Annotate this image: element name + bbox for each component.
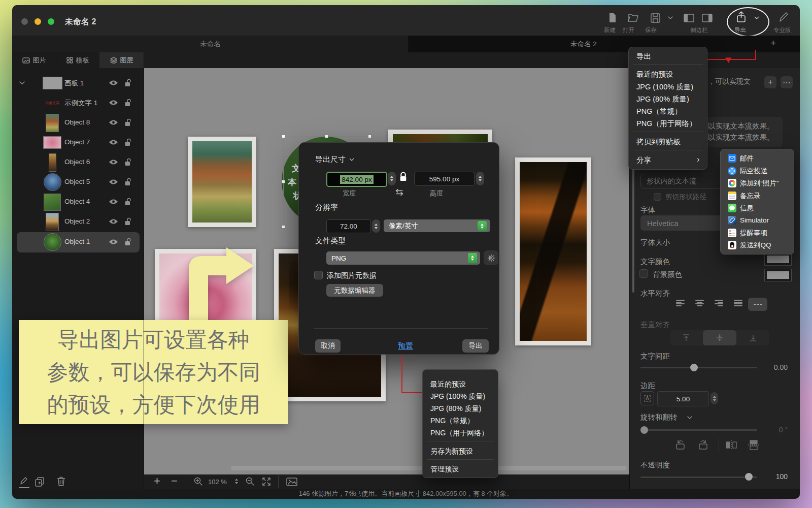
save-chevron-icon[interactable]	[668, 16, 673, 20]
edit-button[interactable]	[19, 477, 29, 488]
menu-item-recent-presets[interactable]: 最近的预设	[430, 379, 466, 389]
filetype-dropdown[interactable]: PNG	[326, 251, 480, 265]
open-button[interactable]	[627, 13, 641, 25]
rotate-slider-track[interactable]	[640, 429, 757, 431]
zoom-out-icon[interactable]	[246, 477, 255, 486]
resolution-field[interactable]: 72.00	[326, 219, 371, 233]
layer-row-sample-text[interactable]: 示例文字 示例文字 1	[17, 93, 140, 113]
layer-row-artboard[interactable]: 画板 1	[17, 73, 140, 93]
menu-item-jpg-80[interactable]: JPG (80% 质量)	[636, 94, 689, 104]
unlock-icon[interactable]	[124, 198, 132, 206]
v-align-middle-button[interactable]	[716, 334, 724, 342]
eye-icon[interactable]	[109, 218, 118, 225]
add-text-button[interactable]: +	[764, 76, 776, 88]
share-item-simulator[interactable]: Simulator	[740, 216, 769, 225]
eye-icon[interactable]	[109, 139, 118, 145]
unlock-icon[interactable]	[124, 158, 132, 166]
tab-untitled-2[interactable]: 未命名 2	[538, 36, 629, 52]
flip-horizontal-button[interactable]	[725, 439, 738, 451]
rotate-cw-button[interactable]	[696, 439, 709, 451]
menu-item-jpg-80[interactable]: JPG (80% 质量)	[430, 403, 481, 414]
layer-row-object5[interactable]: Object 5	[17, 172, 140, 192]
layer-row-object1-selected[interactable]: Object 1	[17, 232, 140, 252]
opacity-slider-track[interactable]	[640, 477, 757, 478]
menu-item-copy-to-clipboard[interactable]: 拷贝到剪贴板	[636, 137, 681, 147]
duplicate-button[interactable]	[35, 477, 45, 487]
selection-handle[interactable]	[325, 135, 328, 138]
layer-row-object8[interactable]: Object 8	[17, 113, 140, 133]
clip-path-checkbox[interactable]	[654, 193, 661, 201]
export-chevron-icon[interactable]	[754, 16, 759, 20]
width-field[interactable]: 842.00 px	[326, 172, 387, 187]
align-left-button[interactable]	[676, 300, 685, 306]
menu-item-png-normal[interactable]: PNG（常规）	[430, 416, 474, 426]
rotate-ccw-button[interactable]	[674, 439, 687, 451]
canvas-photo-autumn[interactable]	[515, 157, 591, 345]
menu-item-png-web[interactable]: PNG（用于网络）	[430, 428, 488, 438]
selection-handle[interactable]	[368, 135, 371, 138]
save-button[interactable]	[650, 13, 661, 24]
layer-row-object7[interactable]: Object 7	[17, 133, 140, 152]
rotate-chevron-icon[interactable]	[687, 416, 692, 420]
preset-link[interactable]: 预置	[398, 341, 413, 351]
sidebar-tab-layers[interactable]: 图层	[99, 52, 144, 68]
zoom-in-icon[interactable]	[194, 477, 203, 486]
export-image-icon[interactable]	[286, 478, 297, 486]
resolution-unit-dropdown[interactable]: 像素/英寸	[384, 219, 490, 232]
v-align-bottom-button[interactable]	[749, 334, 757, 342]
eye-icon[interactable]	[109, 80, 118, 86]
eye-icon[interactable]	[109, 119, 118, 125]
menu-item-png-normal[interactable]: PNG（常规）	[636, 106, 682, 116]
chevron-down-icon[interactable]	[349, 158, 354, 162]
share-item-mail[interactable]: 邮件	[740, 154, 754, 163]
unlock-icon[interactable]	[124, 79, 132, 87]
unit-dropdown-stepper-icon[interactable]	[478, 221, 487, 231]
share-item-notes[interactable]: 备忘录	[740, 192, 761, 201]
share-item-airdrop[interactable]: 隔空投送	[740, 167, 767, 176]
sidebar-left-toggle[interactable]	[684, 14, 694, 22]
traffic-zoom-button[interactable]	[48, 18, 54, 25]
cancel-button[interactable]: 取消	[315, 339, 341, 353]
layer-row-object6[interactable]: Object 6	[17, 152, 140, 172]
menu-item-jpg-100[interactable]: JPG (100% 质量)	[636, 82, 693, 92]
resolution-stepper[interactable]	[372, 219, 380, 233]
eye-icon[interactable]	[109, 239, 118, 245]
margin-stepper[interactable]	[710, 392, 718, 404]
pro-button[interactable]	[779, 12, 788, 23]
flip-vertical-button[interactable]	[747, 439, 760, 451]
selection-handle[interactable]	[282, 135, 285, 138]
margin-field[interactable]: 5.00	[657, 391, 709, 406]
share-item-reminders[interactable]: 提醒事项	[740, 229, 767, 238]
fit-screen-icon[interactable]	[262, 477, 271, 486]
share-item-photos[interactable]: 添加到“照片”	[740, 179, 779, 188]
more-options-button[interactable]: ⋯	[781, 76, 793, 88]
sidebar-right-toggle[interactable]	[702, 14, 713, 22]
filetype-settings-button[interactable]	[484, 250, 498, 265]
zoom-in-step-button[interactable]: +	[154, 474, 160, 488]
spacing-slider-handle[interactable]	[690, 364, 698, 371]
height-field[interactable]: 595.00 px	[414, 172, 475, 186]
dialog-export-button[interactable]: 导出	[462, 339, 489, 353]
lock-icon[interactable]	[399, 171, 408, 183]
canvas-photo-terraces[interactable]	[188, 137, 256, 227]
eye-icon[interactable]	[109, 199, 118, 205]
tab-add-button[interactable]: +	[770, 38, 776, 49]
zoom-stepper[interactable]	[235, 479, 238, 484]
v-align-top-button[interactable]	[682, 334, 690, 342]
width-stepper[interactable]	[388, 172, 396, 185]
height-stepper[interactable]	[476, 172, 484, 185]
filetype-dropdown-stepper-icon[interactable]	[468, 253, 477, 263]
layer-row-object4[interactable]: Object 4	[17, 192, 140, 212]
unlock-icon[interactable]	[124, 138, 132, 146]
selection-handle[interactable]	[282, 180, 285, 183]
menu-item-jpg-100[interactable]: JPG (100% 质量)	[430, 391, 485, 401]
spacing-slider-track[interactable]	[640, 367, 757, 368]
share-item-qq[interactable]: 发送到QQ	[740, 241, 771, 250]
opacity-slider-handle[interactable]	[745, 473, 753, 481]
tab-untitled-1[interactable]: 未命名	[12, 36, 409, 52]
metadata-checkbox[interactable]	[314, 271, 323, 279]
unlock-icon[interactable]	[124, 217, 132, 226]
sidebar-tab-images[interactable]: 图片	[12, 52, 56, 68]
unlock-icon[interactable]	[124, 238, 132, 246]
menu-item-share[interactable]: 分享	[636, 155, 651, 165]
